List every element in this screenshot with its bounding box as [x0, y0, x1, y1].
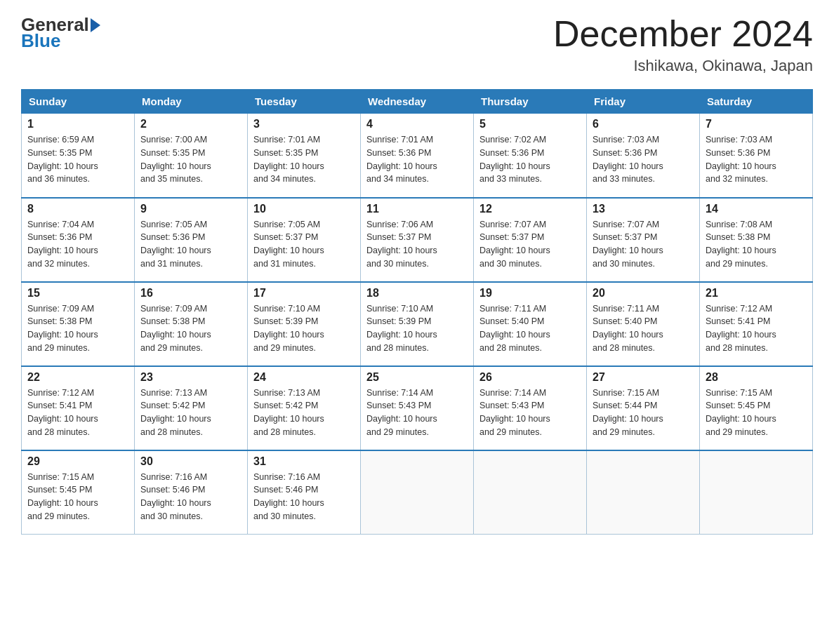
calendar-table: SundayMondayTuesdayWednesdayThursdayFrid…: [21, 89, 813, 535]
calendar-week-row: 8Sunrise: 7:04 AMSunset: 5:36 PMDaylight…: [22, 198, 813, 282]
day-number: 24: [253, 371, 355, 384]
day-number: 12: [479, 203, 581, 215]
calendar-cell: 23Sunrise: 7:13 AMSunset: 5:42 PMDayligh…: [135, 366, 248, 450]
day-number: 21: [706, 287, 807, 300]
day-number: 8: [27, 203, 128, 215]
calendar-cell: 1Sunrise: 6:59 AMSunset: 5:35 PMDaylight…: [22, 114, 135, 198]
calendar-cell: 27Sunrise: 7:15 AMSunset: 5:44 PMDayligh…: [587, 366, 700, 450]
calendar-cell: 7Sunrise: 7:03 AMSunset: 5:36 PMDaylight…: [700, 114, 813, 198]
day-info: Sunrise: 7:15 AMSunset: 5:45 PMDaylight:…: [27, 471, 128, 523]
day-number: 28: [706, 371, 807, 384]
day-info: Sunrise: 7:01 AMSunset: 5:35 PMDaylight:…: [253, 133, 355, 186]
day-info: Sunrise: 7:05 AMSunset: 5:36 PMDaylight:…: [140, 218, 241, 271]
calendar-cell: 6Sunrise: 7:03 AMSunset: 5:36 PMDaylight…: [587, 114, 700, 198]
day-info: Sunrise: 7:14 AMSunset: 5:43 PMDaylight:…: [366, 387, 468, 439]
day-number: 18: [366, 287, 468, 300]
day-info: Sunrise: 7:02 AMSunset: 5:36 PMDaylight:…: [479, 133, 581, 186]
calendar-cell: 12Sunrise: 7:07 AMSunset: 5:37 PMDayligh…: [474, 198, 587, 282]
calendar-week-row: 15Sunrise: 7:09 AMSunset: 5:38 PMDayligh…: [22, 282, 813, 366]
day-info: Sunrise: 7:10 AMSunset: 5:39 PMDaylight:…: [366, 302, 468, 355]
calendar-cell: [587, 450, 700, 535]
calendar-cell: 31Sunrise: 7:16 AMSunset: 5:46 PMDayligh…: [248, 450, 361, 535]
calendar-cell: [361, 450, 474, 535]
day-info: Sunrise: 6:59 AMSunset: 5:35 PMDaylight:…: [27, 133, 128, 186]
calendar-header-row: SundayMondayTuesdayWednesdayThursdayFrid…: [22, 90, 813, 114]
day-info: Sunrise: 7:13 AMSunset: 5:42 PMDaylight:…: [140, 387, 241, 439]
calendar-cell: 3Sunrise: 7:01 AMSunset: 5:35 PMDaylight…: [248, 114, 361, 198]
calendar-cell: 19Sunrise: 7:11 AMSunset: 5:40 PMDayligh…: [474, 282, 587, 366]
day-number: 25: [366, 371, 468, 384]
calendar-cell: 4Sunrise: 7:01 AMSunset: 5:36 PMDaylight…: [361, 114, 474, 198]
calendar-header-tuesday: Tuesday: [248, 90, 361, 114]
calendar-header-sunday: Sunday: [22, 90, 135, 114]
day-number: 30: [140, 455, 241, 468]
day-info: Sunrise: 7:13 AMSunset: 5:42 PMDaylight:…: [253, 387, 355, 439]
day-info: Sunrise: 7:16 AMSunset: 5:46 PMDaylight:…: [253, 471, 355, 523]
day-number: 26: [479, 371, 581, 384]
calendar-cell: 21Sunrise: 7:12 AMSunset: 5:41 PMDayligh…: [700, 282, 813, 366]
day-number: 27: [593, 371, 694, 384]
calendar-cell: 16Sunrise: 7:09 AMSunset: 5:38 PMDayligh…: [135, 282, 248, 366]
calendar-cell: 29Sunrise: 7:15 AMSunset: 5:45 PMDayligh…: [22, 450, 135, 535]
day-info: Sunrise: 7:07 AMSunset: 5:37 PMDaylight:…: [479, 218, 581, 271]
day-number: 15: [27, 287, 128, 300]
day-info: Sunrise: 7:12 AMSunset: 5:41 PMDaylight:…: [706, 302, 807, 355]
day-info: Sunrise: 7:14 AMSunset: 5:43 PMDaylight:…: [479, 387, 581, 439]
logo: General Blue: [21, 14, 102, 52]
calendar-header-monday: Monday: [135, 90, 248, 114]
day-number: 20: [593, 287, 694, 300]
day-info: Sunrise: 7:15 AMSunset: 5:44 PMDaylight:…: [593, 387, 694, 439]
day-number: 6: [593, 118, 694, 130]
day-number: 9: [140, 203, 241, 215]
day-number: 10: [253, 203, 355, 215]
calendar-cell: 26Sunrise: 7:14 AMSunset: 5:43 PMDayligh…: [474, 366, 587, 450]
calendar-cell: 2Sunrise: 7:00 AMSunset: 5:35 PMDaylight…: [135, 114, 248, 198]
calendar-header-wednesday: Wednesday: [361, 90, 474, 114]
day-info: Sunrise: 7:03 AMSunset: 5:36 PMDaylight:…: [706, 133, 807, 186]
day-number: 11: [366, 203, 468, 215]
page-header: General Blue December 2024 Ishikawa, Oki…: [21, 14, 813, 75]
calendar-cell: 22Sunrise: 7:12 AMSunset: 5:41 PMDayligh…: [22, 366, 135, 450]
calendar-week-row: 29Sunrise: 7:15 AMSunset: 5:45 PMDayligh…: [22, 450, 813, 535]
calendar-cell: 18Sunrise: 7:10 AMSunset: 5:39 PMDayligh…: [361, 282, 474, 366]
day-number: 14: [706, 203, 807, 215]
calendar-cell: [474, 450, 587, 535]
day-number: 13: [593, 203, 694, 215]
day-number: 19: [479, 287, 581, 300]
day-number: 17: [253, 287, 355, 300]
day-info: Sunrise: 7:03 AMSunset: 5:36 PMDaylight:…: [593, 133, 694, 186]
day-number: 4: [366, 118, 468, 130]
day-number: 5: [479, 118, 581, 130]
calendar-header-thursday: Thursday: [474, 90, 587, 114]
day-info: Sunrise: 7:01 AMSunset: 5:36 PMDaylight:…: [366, 133, 468, 186]
day-number: 31: [253, 455, 355, 468]
logo-arrow-icon: [91, 18, 100, 32]
day-number: 3: [253, 118, 355, 130]
day-number: 7: [706, 118, 807, 130]
calendar-cell: 14Sunrise: 7:08 AMSunset: 5:38 PMDayligh…: [700, 198, 813, 282]
calendar-week-row: 22Sunrise: 7:12 AMSunset: 5:41 PMDayligh…: [22, 366, 813, 450]
location: Ishikawa, Okinawa, Japan: [553, 57, 813, 75]
calendar-week-row: 1Sunrise: 6:59 AMSunset: 5:35 PMDaylight…: [22, 114, 813, 198]
calendar-cell: 25Sunrise: 7:14 AMSunset: 5:43 PMDayligh…: [361, 366, 474, 450]
calendar-cell: 28Sunrise: 7:15 AMSunset: 5:45 PMDayligh…: [700, 366, 813, 450]
day-info: Sunrise: 7:09 AMSunset: 5:38 PMDaylight:…: [140, 302, 241, 355]
day-number: 29: [27, 455, 128, 468]
day-info: Sunrise: 7:11 AMSunset: 5:40 PMDaylight:…: [593, 302, 694, 355]
day-info: Sunrise: 7:15 AMSunset: 5:45 PMDaylight:…: [706, 387, 807, 439]
calendar-cell: 13Sunrise: 7:07 AMSunset: 5:37 PMDayligh…: [587, 198, 700, 282]
calendar-cell: 30Sunrise: 7:16 AMSunset: 5:46 PMDayligh…: [135, 450, 248, 535]
logo-blue-text: Blue: [21, 30, 60, 51]
day-info: Sunrise: 7:06 AMSunset: 5:37 PMDaylight:…: [366, 218, 468, 271]
calendar-cell: 17Sunrise: 7:10 AMSunset: 5:39 PMDayligh…: [248, 282, 361, 366]
day-number: 1: [27, 118, 128, 130]
calendar-cell: 10Sunrise: 7:05 AMSunset: 5:37 PMDayligh…: [248, 198, 361, 282]
day-number: 22: [27, 371, 128, 384]
day-info: Sunrise: 7:05 AMSunset: 5:37 PMDaylight:…: [253, 218, 355, 271]
calendar-cell: 9Sunrise: 7:05 AMSunset: 5:36 PMDaylight…: [135, 198, 248, 282]
calendar-cell: [700, 450, 813, 535]
calendar-header-friday: Friday: [587, 90, 700, 114]
day-info: Sunrise: 7:04 AMSunset: 5:36 PMDaylight:…: [27, 218, 128, 271]
day-info: Sunrise: 7:08 AMSunset: 5:38 PMDaylight:…: [706, 218, 807, 271]
day-info: Sunrise: 7:09 AMSunset: 5:38 PMDaylight:…: [27, 302, 128, 355]
